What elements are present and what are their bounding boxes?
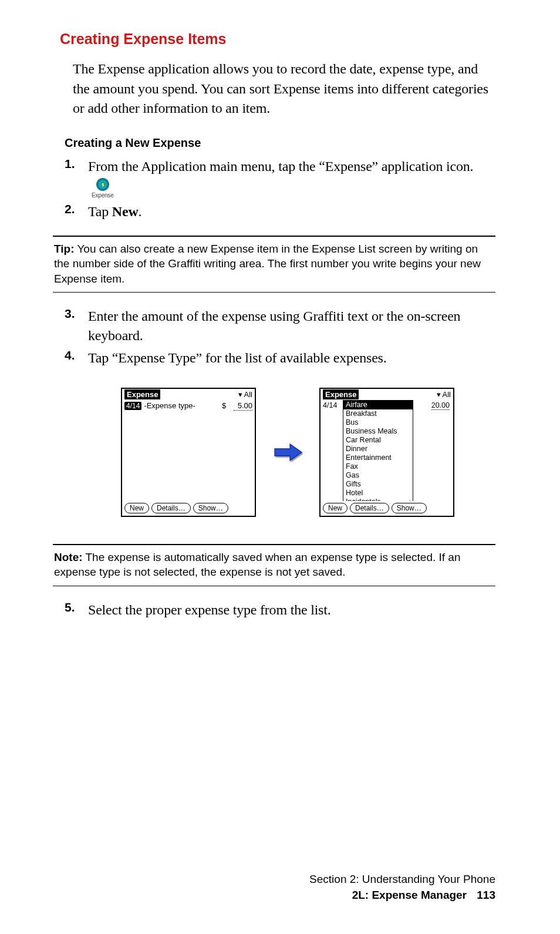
expense-type-dropdown[interactable]: Airfare Breakfast Bus Business Meals Car… <box>343 400 413 501</box>
dropdown-item-fax[interactable]: Fax <box>343 462 413 471</box>
steps-list-part3: 5. Select the proper expense type from t… <box>65 600 495 619</box>
dropdown-icon: ▾ <box>238 390 242 399</box>
step-5: 5. Select the proper expense type from t… <box>65 600 495 619</box>
step-3: 3. Enter the amount of the expense using… <box>65 307 495 345</box>
dropdown-item-bus[interactable]: Bus <box>343 418 413 427</box>
category-filter[interactable]: ▾ All <box>238 390 252 399</box>
scroll-down-icon[interactable]: ↓ <box>408 498 411 501</box>
tip-label: Tip: <box>54 243 74 255</box>
expense-panel-after: Expense ▾ All 4/14 20.00 Airfare Breakfa… <box>319 388 454 517</box>
show-button[interactable]: Show… <box>193 503 228 513</box>
step-text: Tap New. <box>88 202 141 221</box>
dropdown-icon: ▾ <box>437 390 441 399</box>
dropdown-item-airfare[interactable]: Airfare <box>343 401 413 409</box>
filter-value: All <box>443 390 451 399</box>
note-label: Note: <box>54 551 83 563</box>
dropdown-item-car-rental[interactable]: Car Rental <box>343 436 413 445</box>
details-button[interactable]: Details… <box>151 503 191 513</box>
subheading: Creating a New Expense <box>65 136 495 150</box>
step-2: 2. Tap New. <box>65 202 495 221</box>
divider <box>53 292 495 293</box>
dropdown-item-hotel[interactable]: Hotel <box>343 489 413 498</box>
section-heading: Creating Expense Items <box>60 31 495 48</box>
new-button[interactable]: New <box>124 503 149 513</box>
footer-page-number: 113 <box>477 889 495 901</box>
expense-type-placeholder[interactable]: -Expense type- <box>144 401 220 410</box>
divider <box>53 544 495 545</box>
tip-callout: Tip: You can also create a new Expense i… <box>54 241 494 287</box>
expense-app-icon: $ Expense <box>92 177 114 199</box>
note-text: The expense is automatically saved when … <box>54 551 460 579</box>
panel-title: Expense <box>323 389 359 399</box>
panel-footer: New Details… Show… <box>122 501 255 516</box>
details-button[interactable]: Details… <box>350 503 389 513</box>
panel-body: 4/14 20.00 Airfare Breakfast Bus Busines… <box>321 400 453 501</box>
tip-text: You can also create a new Expense item i… <box>54 243 481 285</box>
step-1-text: From the Application main menu, tap the … <box>88 159 473 174</box>
expense-amount-field[interactable]: $ 5.00 <box>222 401 252 411</box>
expense-row[interactable]: 4/14 -Expense type- $ 5.00 <box>124 401 252 411</box>
steps-list-part1: 1. From the Application main menu, tap t… <box>65 157 495 221</box>
category-filter[interactable]: ▾ All <box>437 390 451 399</box>
expense-panel-before: Expense ▾ All 4/14 -Expense type- $ 5.00… <box>121 388 256 517</box>
step-2-bold: New <box>112 204 139 219</box>
currency-symbol: $ <box>222 401 226 411</box>
intro-paragraph: The Expense application allows you to re… <box>73 59 495 119</box>
filter-value: All <box>244 390 252 399</box>
illustration-row: Expense ▾ All 4/14 -Expense type- $ 5.00… <box>80 388 495 517</box>
amount-value[interactable]: 20.00 <box>431 401 450 410</box>
steps-list-part2: 3. Enter the amount of the expense using… <box>65 307 495 367</box>
amount-value: 5.00 <box>234 401 252 411</box>
step-number: 4. <box>65 348 88 362</box>
step-text: From the Application main menu, tap the … <box>88 157 495 199</box>
step-number: 3. <box>65 307 88 321</box>
step-number: 1. <box>65 157 88 171</box>
panel-header: Expense ▾ All <box>321 389 453 400</box>
dropdown-item-dinner[interactable]: Dinner <box>343 445 413 453</box>
dropdown-item-gas[interactable]: Gas <box>343 471 413 480</box>
page-footer: Section 2: Understanding Your Phone 2L: … <box>309 871 495 903</box>
footer-section-path: Section 2: Understanding Your Phone <box>309 871 495 888</box>
divider <box>53 586 495 586</box>
expense-app-icon-label: Expense <box>92 193 114 199</box>
new-button[interactable]: New <box>323 503 348 513</box>
step-text: Select the proper expense type from the … <box>88 600 331 619</box>
show-button[interactable]: Show… <box>392 503 427 513</box>
step-number: 5. <box>65 600 88 614</box>
step-text: Tap “Expense Type” for the list of avail… <box>88 348 387 367</box>
arrow-icon <box>270 441 305 463</box>
step-2-prefix: Tap <box>88 204 112 219</box>
divider <box>53 236 495 237</box>
step-1: 1. From the Application main menu, tap t… <box>65 157 495 199</box>
dropdown-item-business-meals[interactable]: Business Meals <box>343 427 413 436</box>
footer-chapter: 2L: Expense Manager <box>352 889 467 901</box>
panel-body: 4/14 -Expense type- $ 5.00 <box>122 400 255 501</box>
step-number: 2. <box>65 202 88 216</box>
panel-header: Expense ▾ All <box>122 389 255 400</box>
svg-text:$: $ <box>102 183 104 187</box>
expense-date: 4/14 <box>323 401 337 409</box>
step-text: Enter the amount of the expense using Gr… <box>88 307 495 345</box>
panel-title: Expense <box>124 389 160 399</box>
note-callout: Note: The expense is automatically saved… <box>54 550 494 580</box>
step-4: 4. Tap “Expense Type” for the list of av… <box>65 348 495 367</box>
panel-footer: New Details… Show… <box>321 501 453 516</box>
dropdown-item-incidentals[interactable]: Incidentals <box>343 498 413 501</box>
dropdown-item-gifts[interactable]: Gifts <box>343 480 413 489</box>
dropdown-item-breakfast[interactable]: Breakfast <box>343 409 413 418</box>
step-2-suffix: . <box>139 204 142 219</box>
dropdown-item-entertainment[interactable]: Entertainment <box>343 453 413 462</box>
expense-date: 4/14 <box>124 402 141 410</box>
